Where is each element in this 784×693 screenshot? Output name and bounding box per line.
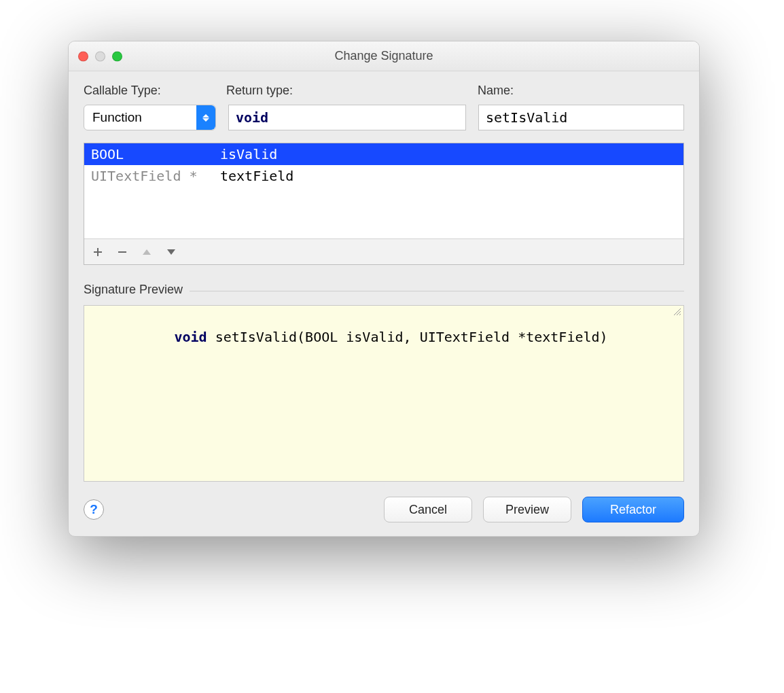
add-button[interactable] <box>92 247 103 257</box>
refactor-button[interactable]: Refactor <box>582 497 684 522</box>
titlebar: Change Signature <box>69 41 699 71</box>
close-icon[interactable] <box>78 51 88 61</box>
window-title: Change Signature <box>334 49 433 63</box>
dialog-window: Change Signature Callable Type: Return t… <box>68 41 700 537</box>
return-type-input[interactable] <box>228 105 466 130</box>
help-button[interactable]: ? <box>84 499 104 520</box>
cancel-button[interactable]: Cancel <box>384 497 472 522</box>
parameters-list[interactable]: BOOLisValidUITextField *textField <box>84 143 683 238</box>
name-input[interactable] <box>478 105 684 130</box>
parameter-name: textField <box>220 168 293 184</box>
parameter-type: BOOL <box>91 146 220 162</box>
move-down-button[interactable] <box>166 248 177 256</box>
preview-rest: setIsValid(BOOL isValid, UITextField *te… <box>207 329 608 345</box>
traffic-lights <box>78 51 122 61</box>
parameter-row[interactable]: BOOLisValid <box>84 143 683 165</box>
signature-preview-section: Signature Preview void setIsValid(BOOL i… <box>84 283 684 482</box>
return-type-label: Return type: <box>226 84 478 98</box>
preview-keyword: void <box>174 329 207 345</box>
callable-type-select[interactable]: Function <box>84 105 216 130</box>
parameter-type: UITextField * <box>91 168 220 184</box>
move-up-button[interactable] <box>141 248 152 256</box>
signature-preview-label: Signature Preview <box>84 283 190 297</box>
minimize-icon[interactable] <box>95 51 105 61</box>
signature-preview: void setIsValid(BOOL isValid, UITextFiel… <box>84 305 684 482</box>
zoom-icon[interactable] <box>112 51 122 61</box>
name-label: Name: <box>478 84 684 98</box>
dialog-buttons: ? Cancel Preview Refactor <box>84 497 684 522</box>
resize-grip-icon <box>673 307 682 317</box>
parameters-table: BOOLisValidUITextField *textField <box>84 143 684 265</box>
callable-type-label: Callable Type: <box>84 84 226 98</box>
remove-button[interactable] <box>117 247 128 257</box>
parameter-name: isValid <box>220 146 277 162</box>
select-stepper-icon <box>196 105 215 130</box>
parameter-row[interactable]: UITextField *textField <box>84 165 683 187</box>
parameters-toolbar <box>84 238 683 264</box>
preview-button[interactable]: Preview <box>483 497 571 522</box>
callable-type-value: Function <box>92 110 142 125</box>
